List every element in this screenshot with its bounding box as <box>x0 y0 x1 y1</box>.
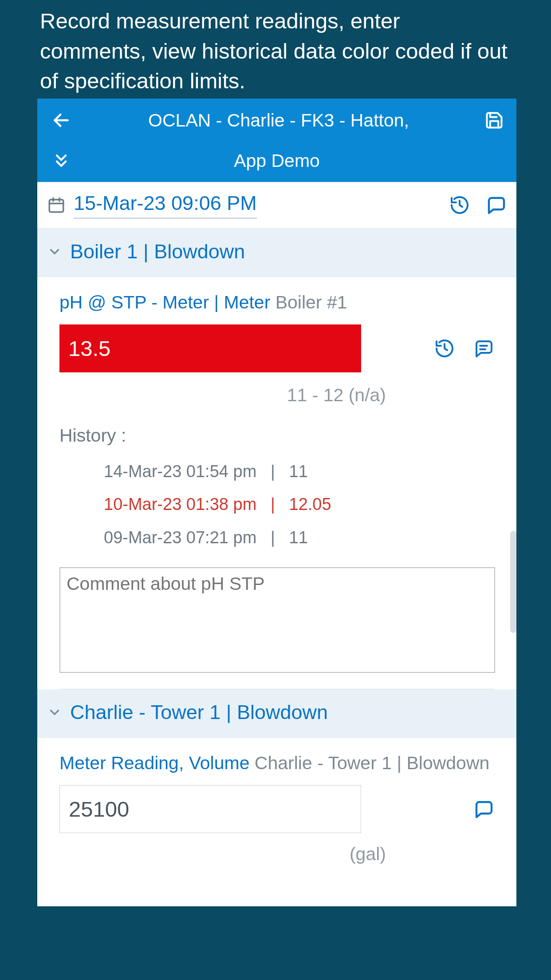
save-icon <box>484 111 504 130</box>
expand-all-button[interactable] <box>47 152 75 170</box>
history-button[interactable] <box>449 194 470 216</box>
history-item: 09-Mar-23 07:21 pm | 11 <box>104 521 494 554</box>
page-subtitle: App Demo <box>75 150 507 171</box>
measurement-label: Meter Reading, Volume Charlie - Tower 1 … <box>59 751 494 775</box>
reading-input-volume[interactable] <box>59 785 361 833</box>
measurement-label-secondary: Boiler #1 <box>270 292 347 312</box>
chevron-down-icon <box>47 705 62 720</box>
scroll-indicator[interactable] <box>510 531 516 633</box>
back-button[interactable] <box>47 111 75 130</box>
measurement-block-ph: pH @ STP - Meter | Meter Boiler #1 11 - … <box>37 277 516 689</box>
comment-textarea[interactable] <box>59 567 495 673</box>
svg-rect-1 <box>49 200 63 212</box>
reading-input-ph[interactable] <box>59 324 361 372</box>
chevron-down-icon <box>47 244 62 259</box>
app-header: OCLAN - Charlie - FK3 - Hatton, App Demo <box>37 99 516 182</box>
chat-bubble-icon <box>485 194 507 216</box>
calendar-icon <box>47 196 66 214</box>
reading-comment-button[interactable] <box>473 798 494 820</box>
history-clock-icon <box>449 194 470 216</box>
history-list: 14-Mar-23 01:54 pm | 11 10-Mar-23 01:38 … <box>59 455 494 553</box>
measurement-block-volume: Meter Reading, Volume Charlie - Tower 1 … <box>37 738 516 865</box>
comments-button[interactable] <box>485 194 507 216</box>
section-header-tower1[interactable]: Charlie - Tower 1 | Blowdown <box>37 689 516 738</box>
section-title: Boiler 1 | Blowdown <box>70 240 245 263</box>
measurement-label: pH @ STP - Meter | Meter Boiler #1 <box>59 290 494 315</box>
measurement-label-secondary: Charlie - Tower 1 | Blowdown <box>249 753 489 773</box>
reading-history-button[interactable] <box>434 338 455 359</box>
chat-bubble-icon <box>473 798 494 820</box>
date-bar: 15-Mar-23 09:06 PM <box>37 182 516 229</box>
history-item: 14-Mar-23 01:54 pm | 11 <box>104 455 494 488</box>
history-item: 10-Mar-23 01:38 pm | 12.05 <box>104 488 494 521</box>
promo-caption: Record measurement readings, enter comme… <box>0 0 551 109</box>
chat-lines-icon <box>473 338 494 359</box>
reading-comment-button[interactable] <box>473 338 494 359</box>
app-frame: OCLAN - Charlie - FK3 - Hatton, App Demo… <box>37 99 516 906</box>
unit-label: (gal) <box>59 844 492 865</box>
history-icon <box>434 338 455 359</box>
arrow-left-icon <box>51 111 71 130</box>
datetime-field[interactable]: 15-Mar-23 09:06 PM <box>74 192 257 219</box>
measurement-label-primary: pH @ STP - Meter | Meter <box>59 292 270 312</box>
spec-range: 11 - 12 (n/a) <box>59 385 492 406</box>
section-header-boiler1[interactable]: Boiler 1 | Blowdown <box>37 229 516 277</box>
section-title: Charlie - Tower 1 | Blowdown <box>70 701 328 724</box>
history-label: History : <box>59 425 494 446</box>
measurement-label-primary: Meter Reading, Volume <box>59 753 249 773</box>
double-chevron-down-icon <box>52 152 70 170</box>
page-title: OCLAN - Charlie - FK3 - Hatton, <box>75 110 482 131</box>
save-button[interactable] <box>482 111 507 130</box>
